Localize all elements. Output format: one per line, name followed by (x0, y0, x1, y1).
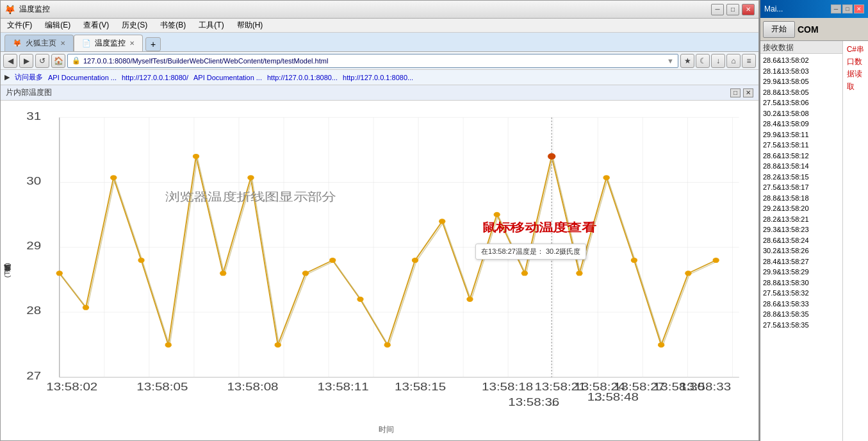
start-button[interactable]: 开始 (763, 21, 795, 38)
chart-container: 片内部温度图 □ ✕ 温度曲线(TM) (1, 85, 758, 440)
list-item: 28.6&13:58:24 (763, 235, 840, 246)
minimize-btn[interactable]: ─ (711, 4, 724, 15)
menu-nav-btn[interactable]: ≡ (742, 54, 756, 68)
tab-home-close[interactable]: ✕ (60, 40, 65, 47)
menu-help[interactable]: 帮助(H) (233, 19, 267, 31)
menu-edit[interactable]: 编辑(E) (41, 19, 74, 31)
label4: 取 (847, 81, 864, 93)
svg-point-28 (83, 305, 89, 310)
home-nav-btn[interactable]: ⌂ (726, 54, 741, 68)
label2: 口数 (847, 56, 864, 68)
right-restore-btn[interactable]: □ (842, 4, 853, 13)
chart-svg: .grid-line { stroke: #e0e0e0; stroke-wid… (20, 107, 746, 408)
right-toolbar: 开始 COM (760, 18, 868, 41)
svg-point-31 (165, 342, 172, 347)
tab-monitor-label: 温度监控 (95, 38, 126, 49)
menu-bookmarks[interactable]: 书签(B) (156, 19, 190, 31)
menu-bar: 文件(F) 编辑(E) 查看(V) 历史(S) 书签(B) 工具(T) 帮助(H… (1, 19, 758, 33)
list-item: 28.4&13:58:09 (763, 119, 840, 129)
most-visited-label: ▶ (4, 73, 10, 81)
address-bar[interactable]: 🔒 127.0.0.1:8080/MyselfTest/BuilderWebCl… (67, 54, 678, 68)
svg-text:...: ... (548, 396, 559, 408)
tab-monitor[interactable]: 📄 温度监控 ✕ (74, 35, 143, 51)
right-panel-title: Mai... (764, 4, 783, 13)
receive-header: 接收数据 (760, 41, 842, 54)
list-item: 29.3&13:58:23 (763, 224, 840, 235)
browser-title: 温度监控 (19, 4, 50, 15)
menu-tools[interactable]: 工具(T) (195, 19, 227, 31)
svg-text:鼠标移动温度查看: 鼠标移动温度查看 (482, 222, 596, 234)
forward-btn[interactable]: ▶ (19, 54, 33, 68)
right-close-btn[interactable]: ✕ (854, 4, 864, 13)
svg-text:13:58:08: 13:58:08 (227, 381, 278, 392)
list-item: 28.8&13:58:05 (763, 87, 840, 98)
maximize-btn[interactable]: □ (726, 4, 739, 15)
list-item: 30.2&13:58:26 (763, 245, 840, 256)
bookmark-localhost2[interactable]: http://127.0.0.1:8080... (267, 74, 338, 81)
svg-point-33 (220, 270, 226, 276)
right-minimize-btn[interactable]: ─ (831, 4, 841, 13)
svg-point-34 (247, 175, 254, 180)
bookmark-api1[interactable]: API Documentation ... (48, 74, 117, 81)
close-browser-btn[interactable]: ✕ (742, 4, 755, 15)
right-content: 接收数据 28.6&13:58:0228.1&13:58:0329.9&13:5… (760, 41, 868, 441)
bookmarks-bar: ▶ 访问最多 API Documentation ... http://127.… (1, 70, 758, 85)
title-bar: 🦊 温度监控 ─ □ ✕ (1, 1, 758, 19)
svg-text:13:58:05: 13:58:05 (136, 381, 188, 392)
bookmark-most-visited[interactable]: 访问最多 (15, 72, 43, 82)
bookmark-localhost1[interactable]: http://127.0.0.1:8080/ (122, 74, 188, 81)
svg-point-27 (56, 270, 63, 276)
menu-file[interactable]: 文件(F) (3, 19, 36, 31)
svg-text:13:58:02: 13:58:02 (46, 381, 97, 392)
svg-point-50 (685, 270, 691, 276)
download-btn[interactable]: ↓ (711, 54, 725, 68)
list-item: 28.6&13:58:33 (763, 299, 840, 310)
right-panel-title-bar: Mai... ─ □ ✕ (760, 0, 868, 18)
refresh-btn[interactable]: ↺ (35, 54, 49, 68)
svg-point-44 (521, 270, 528, 276)
back-btn[interactable]: ◀ (3, 54, 17, 68)
list-item: 28.8&13:58:14 (763, 161, 840, 172)
svg-text:13:58:15: 13:58:15 (395, 381, 446, 392)
right-panel: Mai... ─ □ ✕ 开始 COM 接收数据 (759, 0, 868, 441)
browser-content: 片内部温度图 □ ✕ 温度曲线(TM) (1, 85, 758, 440)
address-text: 127.0.0.1:8080/MyselfTest/BuilderWebClie… (83, 57, 664, 65)
list-item: 28.8&13:58:18 (763, 193, 840, 204)
list-item: 27.5&13:58:11 (763, 140, 840, 151)
bookmark-api2[interactable]: API Documentation ... (193, 74, 262, 81)
chart-close-btn[interactable]: ✕ (743, 88, 753, 97)
svg-point-39 (384, 342, 391, 347)
y-label-text: 温度曲线(TM) (3, 263, 12, 278)
svg-point-47 (603, 175, 610, 180)
bookmark-localhost3[interactable]: http://127.0.0.1:8080... (343, 74, 413, 81)
svg-text:13:58:18: 13:58:18 (482, 381, 533, 392)
tab-monitor-close[interactable]: ✕ (129, 40, 135, 47)
nav-icons: ★ ☾ ↓ ⌂ ≡ (680, 54, 756, 68)
chart-title-bar: 片内部温度图 □ ✕ (1, 85, 758, 101)
list-item: 28.8&13:58:30 (763, 278, 840, 288)
svg-point-48 (631, 258, 637, 263)
svg-text:13:58:33: 13:58:33 (680, 381, 731, 392)
chart-inner: 温度曲线(TM) .grid-line { stroke: #e0e0e0; s… (1, 101, 758, 440)
history-btn[interactable]: ☾ (696, 54, 710, 68)
menu-view[interactable]: 查看(V) (79, 19, 113, 31)
chart-restore-btn[interactable]: □ (730, 88, 741, 97)
tab-home[interactable]: 🦊 火狐主页 ✕ (4, 35, 74, 51)
list-item: 27.5&13:58:32 (763, 288, 840, 299)
svg-point-42 (466, 297, 473, 302)
chart-y-axis-label: 温度曲线(TM) (1, 101, 13, 440)
svg-point-36 (302, 270, 309, 276)
svg-point-37 (329, 258, 336, 263)
list-item: 30.2&13:58:08 (763, 108, 840, 119)
home-btn[interactable]: 🏠 (51, 54, 65, 68)
svg-point-38 (357, 297, 363, 302)
x-axis-label: 时间 (379, 424, 394, 435)
bookmark-star-btn[interactable]: ★ (680, 54, 694, 68)
menu-history[interactable]: 历史(S) (118, 19, 151, 31)
list-item: 29.9&13:58:29 (763, 267, 840, 278)
new-tab-btn[interactable]: + (145, 37, 161, 51)
list-item: 28.6&13:58:02 (763, 55, 840, 66)
list-item: 28.8&13:58:35 (763, 309, 840, 320)
list-item: 29.9&13:58:05 (763, 76, 840, 87)
tab-bar: 🦊 火狐主页 ✕ 📄 温度监控 ✕ + (1, 33, 758, 52)
